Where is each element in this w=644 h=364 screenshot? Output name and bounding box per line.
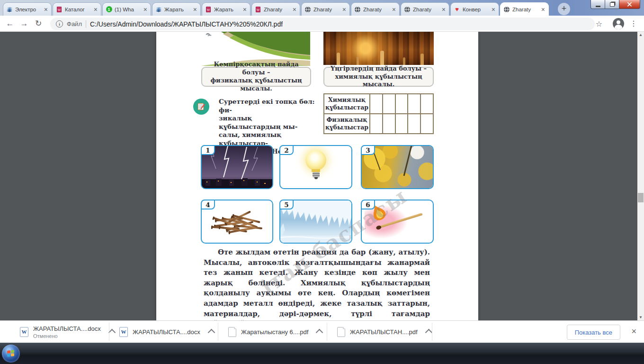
page-info-icon[interactable]: i [56,20,63,27]
download-filename: ЖАРАТЫЛЫСТА....docx [33,325,101,332]
browser-tab-strip: Электро × W Каталог × 1 (1) Wha × Жарать… [0,0,644,16]
download-item-3[interactable]: Жаратылыстану 6....pdf [228,321,322,343]
svg-text:W: W [58,8,61,11]
address-bar[interactable]: i Файл C:/Users/Admin/Downloads/ЖАРАТЫЛЫ… [50,18,595,30]
show-all-downloads-button[interactable]: Показать все [567,325,620,340]
books-stack-icon [155,6,162,13]
tab-zharaty-2[interactable]: Zharaty × [301,2,350,16]
tab-konver[interactable]: ♥ Конвер × [450,2,499,16]
tab-close-icon[interactable]: × [392,6,396,13]
tab-title: Zharaty [313,7,340,12]
back-icon[interactable]: ← [3,19,17,28]
tab-close-icon[interactable]: × [541,6,546,13]
chevron-up-icon[interactable] [425,329,432,337]
chevron-up-icon[interactable] [207,329,215,337]
figure-number-badge: 6 [361,200,375,209]
scrollbar-thumb[interactable] [638,193,644,202]
tab-close-icon[interactable]: × [193,6,197,13]
table-empty-cell [395,94,408,114]
scroll-down-icon[interactable]: ▼ [637,314,644,320]
close-window-button[interactable]: ✕ [619,0,640,9]
tab-title: Zharaty [363,7,389,12]
reload-icon[interactable]: ↻ [31,18,45,28]
tab-title: Конвер [463,7,489,12]
table-empty-cell [370,94,383,114]
close-downloads-bar-icon[interactable]: × [631,327,636,337]
bookmark-star-icon[interactable]: ☆ [596,19,602,28]
windows-taskbar: e W EN [0,343,644,364]
divider [218,323,218,341]
figure-number-badge: 1 [201,145,215,155]
pdf-page: Кемпірқосақтың пайда болуы – физикалық қ… [156,32,478,320]
tab-title: Zharaty [413,7,439,12]
start-button[interactable] [2,345,20,363]
tab-whatsapp[interactable]: 1 (1) Wha × [102,2,151,16]
tab-zharat-2[interactable]: W Жарать × [202,2,250,16]
url-text[interactable]: C:/Users/Admin/Downloads/ЖАРАТЫЛЫСТАНУ%2… [90,20,283,28]
tab-zharaty-4[interactable]: Zharaty × [401,2,449,16]
download-status: Отменено [33,333,101,339]
tab-title: Жарать [164,7,190,12]
table-empty-cell [395,114,408,134]
windows-flag-icon [7,350,15,357]
tab-title: Жарать [214,7,240,12]
table-empty-cell [420,114,433,134]
svg-text:W: W [207,8,210,11]
table-row1-label: Химиялық құбылыстар [324,94,370,114]
caption-left: Кемпірқосақтың пайда болуы – физикалық қ… [201,67,311,87]
figure-card-4: 4 [201,200,273,244]
crimson-book-icon: W [255,6,261,13]
tab-zharat-1[interactable]: Жарать × [152,2,201,16]
minimize-button[interactable] [590,0,605,9]
divider [432,323,432,341]
figure-card-2: 2 [279,145,352,189]
forward-icon[interactable]: → [17,19,31,28]
new-tab-button[interactable]: + [558,3,570,15]
vertical-scrollbar[interactable]: ▲ ▼ [637,32,644,320]
notepad-pencil-icon [193,99,209,115]
divider [86,20,86,28]
figure-number-badge: 2 [279,145,294,155]
globe-icon [304,6,311,13]
heart-icon: ♥ [454,6,460,13]
tab-close-icon[interactable]: × [44,6,48,13]
chevron-up-icon[interactable] [316,329,323,337]
profile-avatar[interactable] [613,18,624,29]
table-row2-label: Физикалық құбылыстар [324,114,370,134]
cave-photo [323,32,434,65]
figure-card-1: 1 [201,145,273,189]
tab-close-icon[interactable]: × [491,6,496,13]
download-filename: ЖАРАТЫЛЫСТАН....pdf [350,328,418,336]
download-filename: ЖАРАТЫЛЫСТА....docx [133,328,200,336]
download-item-4[interactable]: ЖАРАТЫЛЫСТАН....pdf [337,321,431,343]
tab-title: Zharaty [512,7,538,12]
tab-close-icon[interactable]: × [292,6,297,13]
download-item-1[interactable]: W ЖАРАТЫЛЫСТА....docx Отменено [20,321,115,343]
scroll-up-icon[interactable]: ▲ [637,32,644,38]
body-text: Өте жылдам өтетін реакция да бар (жану, … [204,247,430,320]
tab-close-icon[interactable]: × [93,6,98,13]
url-scheme-label: Файл [67,20,82,27]
tab-zharaty-3[interactable]: Zharaty × [351,2,400,16]
desktop-screen: Электро × W Каталог × 1 (1) Wha × Жарать… [0,0,644,364]
crimson-book-icon: W [205,6,212,13]
svg-text:W: W [257,8,260,11]
tab-katalog[interactable]: W Каталог × [53,2,101,16]
word-file-icon: W [119,327,128,337]
download-item-2[interactable]: W ЖАРАТЫЛЫСТА....docx [119,321,214,343]
downloads-bar: W ЖАРАТЫЛЫСТА....docx Отменено W ЖАРАТЫЛ… [0,320,644,343]
tab-close-icon[interactable]: × [242,6,247,13]
figure-number-badge: 4 [201,200,215,209]
restore-button[interactable] [605,0,619,9]
tab-electro[interactable]: Электро × [3,2,52,16]
tab-close-icon[interactable]: × [143,6,148,13]
word-file-icon: W [20,327,28,337]
browser-menu-icon[interactable]: ⋮ [630,19,637,28]
divider [327,323,327,341]
tab-close-icon[interactable]: × [441,6,446,13]
divider [109,323,109,341]
tab-zharaty-active[interactable]: Zharaty × [500,2,549,16]
tab-zharaty-1[interactable]: W Zharaty × [251,2,300,16]
tab-close-icon[interactable]: × [342,6,347,13]
globe-icon [404,6,411,13]
